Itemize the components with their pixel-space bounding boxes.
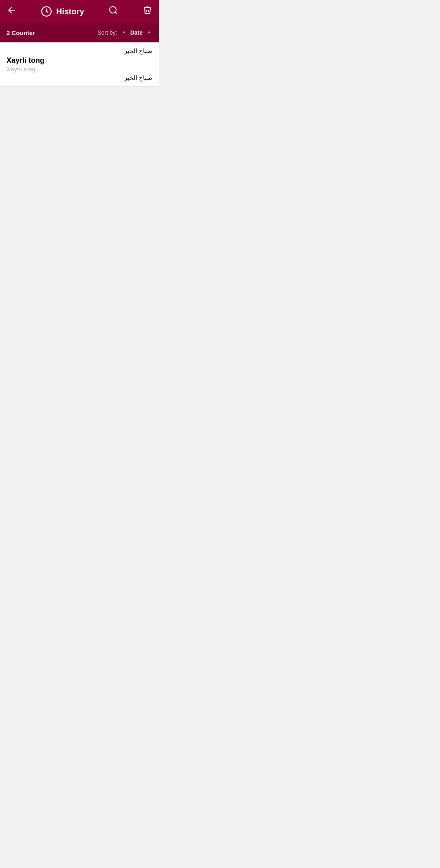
search-button[interactable] <box>108 5 118 18</box>
svg-point-1 <box>110 7 116 13</box>
sort-by-label: Sort by: <box>97 29 117 36</box>
sort-direction-icon <box>121 29 127 37</box>
app-bar-center: History <box>41 6 84 17</box>
empty-area <box>0 87 159 331</box>
history-list: صباح الخير Xayrli tong Xayrli tong صباح … <box>0 42 159 87</box>
sort-section[interactable]: Sort by: Date <box>97 29 152 37</box>
page-title: History <box>56 7 84 16</box>
counter-label: 2 Counter <box>7 29 35 36</box>
item-latin-sub: Xayrli tong <box>7 66 152 73</box>
list-item[interactable]: صباح الخير Xayrli tong Xayrli tong صباح … <box>0 42 159 87</box>
clock-icon <box>41 6 52 17</box>
svg-line-2 <box>115 12 117 14</box>
sub-toolbar: 2 Counter Sort by: Date <box>0 23 159 42</box>
trash-button[interactable] <box>143 5 152 18</box>
item-arabic-bottom: صباح الخير <box>7 74 152 82</box>
item-arabic-top: صباح الخير <box>7 47 152 55</box>
item-latin-main: Xayrli tong <box>7 56 152 65</box>
dropdown-icon <box>146 29 152 37</box>
app-bar: History <box>0 0 159 23</box>
back-button[interactable] <box>7 5 16 18</box>
sort-value-label: Date <box>130 29 143 36</box>
